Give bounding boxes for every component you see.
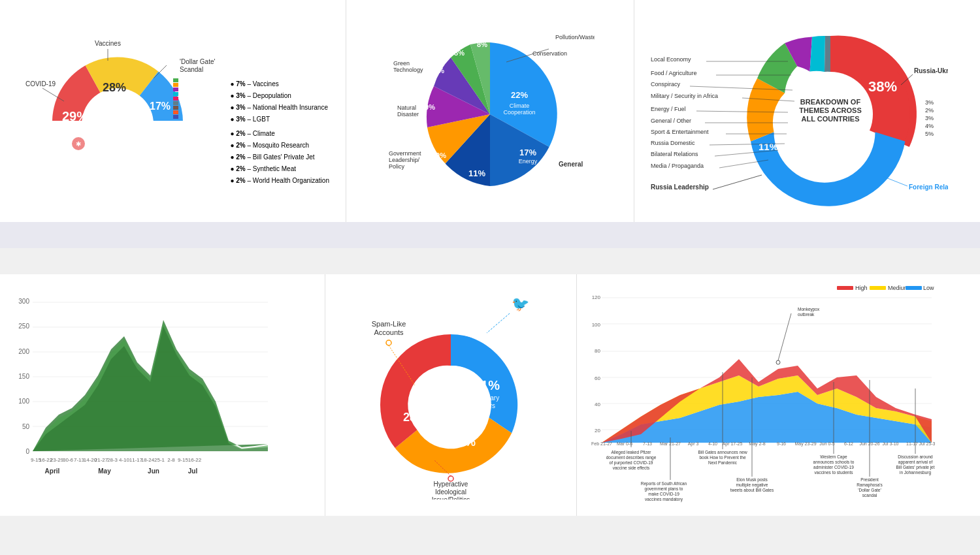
gov-lbl2: Leadership/	[389, 157, 420, 163]
y-300: 300	[18, 298, 29, 305]
russia-lead-lbl: Russia Leadership	[651, 183, 709, 191]
legend-nhi: ● 3% – National Health Insurance	[230, 102, 329, 114]
spam-outside-lbl2: Accounts	[374, 328, 404, 336]
ordinary-pct: 41%	[474, 378, 500, 392]
food-agri-lbl: Food / Agriculture	[651, 70, 697, 76]
media-prop-lbl: Media / Propaganda	[651, 163, 704, 169]
x-may2329: May 23-29	[794, 441, 816, 447]
x-jun612: 6-12	[844, 441, 853, 446]
x-283: 28-3	[107, 457, 118, 463]
gov-lbl3: Policy	[389, 163, 405, 170]
svg-rect-6	[173, 83, 178, 87]
jun-lbl: Jun	[148, 468, 159, 475]
high-legend: High	[855, 285, 868, 291]
anno-pfizer3: of purported COVID-19	[609, 460, 653, 466]
svg-text:✱: ✱	[76, 140, 81, 148]
legend-who: ● 2% – World Health Organization	[230, 175, 329, 187]
foreign-rel-pct: 25%	[825, 159, 849, 172]
x-may916: 9-16	[777, 441, 786, 446]
natural-dis-lbl2: Disaster	[397, 111, 419, 118]
svg-rect-50	[906, 286, 922, 290]
svg-rect-13	[173, 115, 178, 119]
x-jun2026: Jun 20-26	[859, 441, 879, 446]
anno-mpox2: outbreak	[798, 312, 815, 317]
anno-pfizer1: Alleged leaked Pfizer	[611, 450, 651, 455]
y-150: 150	[18, 373, 29, 380]
svg-point-17	[788, 72, 873, 157]
svg-rect-8	[173, 92, 178, 96]
vaccines-percent-label: 28%	[103, 81, 126, 94]
gov-pct: 9%	[425, 103, 435, 111]
conservation-lbl: Conservation	[532, 50, 567, 57]
y-20: 20	[595, 428, 600, 434]
legend-container: ● 7% – Vaccines ● 3% – Depopulation ● 3%…	[230, 78, 329, 187]
svg-marker-40	[33, 326, 268, 451]
pct-3b: 3%	[925, 115, 934, 121]
spam-pct: 31%	[452, 436, 476, 449]
x-jul2531: Jul 25-31	[919, 441, 934, 446]
stacked-area-svg: High Medium Low 120 100 80 60 40 20	[582, 281, 935, 503]
pct-2a: 2%	[925, 107, 934, 114]
twitter-pie-container: 🐦	[338, 287, 563, 503]
svg-rect-1	[46, 121, 189, 157]
anno-pfizer4: vaccine side effects	[613, 466, 650, 470]
svg-rect-48	[837, 286, 853, 290]
x-915b: 9-15	[178, 457, 189, 463]
russia-war-lbl: Russia-Ukraine War	[914, 67, 948, 74]
svg-point-44	[386, 340, 391, 345]
anno-sa3: make COVID-19	[648, 492, 679, 496]
x-mar2127: Mar 21-27	[660, 441, 681, 446]
legend-vaccines: ● 7% – Vaccines	[230, 78, 329, 90]
food-pct: 10%	[432, 151, 446, 159]
legend-synth: ● 2% – Synthetic Meat	[230, 163, 329, 175]
x-mar713: 7-13	[643, 441, 652, 446]
breakdown-donut-panel: BREAKDOWN OF THEMES ACROSS ALL COUNTRIES…	[634, 0, 980, 222]
covid-percent-label: 29%	[62, 109, 88, 123]
svg-rect-7	[173, 87, 178, 91]
legend-gates-jet: ● 2% – Bill Gates' Private Jet	[230, 151, 329, 163]
may-lbl: May	[98, 468, 111, 475]
anno-dg4: scandal	[862, 493, 877, 498]
legend-mosquito: ● 2% – Mosquito Research	[230, 140, 329, 151]
x-2329: 23-29	[50, 457, 64, 463]
energy-fuel-lbl: Energy / Fuel	[651, 106, 686, 112]
anno-sa4: vaccines mandatory	[645, 497, 683, 502]
x-mar06: Mar 0-6	[617, 441, 632, 446]
svg-line-28	[713, 175, 762, 189]
hyperactive-outside-lbl2: Ideological	[435, 488, 466, 496]
breakdown-donut-svg: BREAKDOWN OF THEMES ACROSS ALL COUNTRIES…	[647, 13, 948, 215]
general-lbl: General	[559, 161, 583, 168]
hyperactive-pct: 28%	[403, 411, 427, 424]
dollar-gate-label: 'Dollar Gate'	[180, 58, 215, 65]
y-60: 60	[595, 375, 600, 381]
pct-5: 5%	[925, 131, 934, 137]
y-250: 250	[18, 323, 29, 330]
anno-dg3: 'Dollar Gate'	[858, 488, 881, 492]
local-econ-lbl: Local Economy	[651, 56, 691, 63]
foreign-rel-lbl: Foreign Relations	[909, 183, 948, 191]
general-pct: 11%	[468, 168, 485, 178]
food-lbl: Food &	[429, 161, 446, 167]
y-120: 120	[591, 294, 600, 300]
pct-3a: 3%	[925, 99, 934, 106]
anno-musk1: Elon Musk posts	[736, 477, 768, 483]
svg-rect-49	[870, 286, 886, 290]
russia-dom-lbl: Russia Domestic	[651, 140, 695, 146]
russia-war-pct: 38%	[868, 78, 897, 95]
y-200: 200	[18, 348, 29, 355]
low-legend: Low	[923, 285, 934, 291]
hyperactive-outside-lbl3: Issue/Politics	[432, 496, 470, 500]
natural-dis-lbl: Natural	[397, 104, 416, 111]
anno-mpox1: Monkeypox	[798, 307, 820, 312]
ordinary-lbl: Ordinary	[474, 394, 499, 402]
twitter-pie-svg: 🐦	[350, 291, 552, 500]
half-donut-svg: 29% 28% 17% COVID-19 Vaccines 'Dollar Ga…	[13, 13, 222, 157]
x-feb2127: Feb 21-27	[591, 441, 612, 446]
y-40: 40	[595, 402, 600, 407]
climate-lbl: Climate	[510, 103, 530, 109]
anno-gates2: book How to Prevent the	[699, 455, 746, 460]
climate-lbl2: Cooperation	[503, 109, 535, 116]
twitter-icon: 🐦	[512, 295, 530, 313]
svg-rect-11	[173, 106, 178, 110]
anno-musk3: tweets about Bill Gates	[730, 488, 774, 492]
